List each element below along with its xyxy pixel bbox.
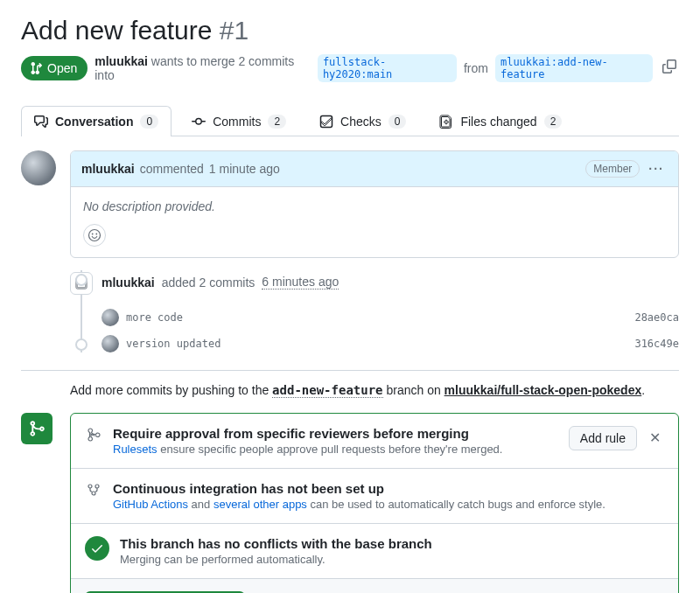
commit-dot-icon: [75, 274, 88, 286]
author-link[interactable]: mluukkai: [94, 54, 148, 68]
commit-dot-icon: [75, 338, 88, 351]
workflow-icon: [85, 483, 102, 497]
svg-point-2: [92, 233, 94, 234]
commit-row: version updated 316c49e: [70, 335, 679, 352]
push-hint: Add more commits by pushing to the add-n…: [70, 383, 679, 397]
pr-title-text: Add new feature: [21, 16, 212, 45]
merge-state-icon: [21, 413, 52, 444]
head-branch-chip[interactable]: mluukkai:add-new-feature: [495, 54, 653, 82]
push-author[interactable]: mluukkai: [102, 276, 155, 290]
state-badge: Open: [21, 56, 88, 80]
avatar[interactable]: [102, 335, 119, 352]
tab-counter: 0: [388, 115, 407, 129]
comment-body: No description provided.: [71, 187, 678, 224]
pr-tabs: Conversation 0 Commits 2 Checks 0 Files …: [21, 105, 679, 136]
status-success-icon: [85, 536, 109, 561]
tab-label: Commits: [213, 115, 261, 129]
section-title: This branch has no conflicts with the ba…: [120, 536, 432, 551]
svg-point-6: [92, 492, 95, 495]
file-diff-icon: [439, 115, 453, 129]
check-icon: [90, 541, 104, 555]
comment-menu-button[interactable]: ···: [645, 158, 668, 179]
tab-files[interactable]: Files changed 2: [426, 106, 575, 136]
checks-icon: [319, 115, 333, 129]
push-time[interactable]: 6 minutes ago: [262, 275, 339, 290]
rulesets-link[interactable]: Rulesets: [113, 443, 158, 456]
base-branch-chip[interactable]: fullstack-hy2020:main: [318, 54, 457, 82]
avatar[interactable]: [21, 150, 56, 185]
commit-message[interactable]: version updated: [126, 338, 220, 350]
divider: [21, 370, 679, 371]
commit-message[interactable]: more code: [126, 311, 183, 324]
commit-row: more code 28ae0ca: [70, 309, 679, 326]
dismiss-button[interactable]: ✕: [646, 426, 664, 450]
tab-conversation[interactable]: Conversation 0: [21, 106, 172, 136]
merge-section-ci: Continuous integration has not been set …: [71, 468, 678, 523]
merge-section-rulesets: Require approval from specific reviewers…: [71, 414, 678, 468]
git-merge-icon: [28, 420, 46, 437]
smiley-icon: [88, 228, 102, 242]
conversation-icon: [34, 115, 48, 129]
add-reaction-button[interactable]: [83, 224, 106, 247]
tab-counter: 0: [140, 115, 158, 129]
pr-title: Add new feature #1: [21, 14, 679, 47]
svg-point-4: [88, 485, 92, 488]
svg-point-1: [89, 229, 101, 241]
comment-author[interactable]: mluukkai: [81, 162, 135, 176]
tab-label: Checks: [340, 115, 382, 129]
comment-box: mluukkai commented 1 minute ago Member ·…: [70, 150, 679, 258]
merge-action-bar: Merge pull request You can also open thi…: [71, 578, 678, 594]
tab-counter: 2: [544, 115, 563, 129]
tab-label: Conversation: [55, 115, 133, 129]
push-event: mluukkai added 2 commits 6 minutes ago: [70, 270, 679, 295]
state-label: Open: [47, 61, 77, 75]
merge-panel: Require approval from specific reviewers…: [70, 413, 679, 594]
merge-summary: mluukkai wants to merge 2 commits into: [94, 54, 311, 82]
branch-rule-icon: [85, 428, 102, 442]
section-title: Require approval from specific reviewers…: [113, 426, 502, 441]
other-apps-link[interactable]: several other apps: [214, 498, 307, 511]
member-badge: Member: [585, 160, 640, 178]
section-title: Continuous integration has not been set …: [113, 481, 606, 496]
avatar[interactable]: [102, 309, 119, 326]
tab-label: Files changed: [460, 115, 536, 129]
svg-point-5: [95, 485, 99, 488]
copy-branch-button[interactable]: [660, 57, 679, 79]
pr-number: #1: [220, 16, 248, 45]
svg-point-3: [95, 233, 97, 234]
tab-counter: 2: [268, 115, 286, 129]
hint-branch[interactable]: add-new-feature: [272, 383, 382, 398]
merge-section-conflicts: This branch has no conflicts with the ba…: [71, 523, 678, 578]
commit-icon: [192, 115, 206, 129]
add-rule-button[interactable]: Add rule: [569, 426, 637, 450]
commit-sha[interactable]: 28ae0ca: [634, 311, 679, 324]
comment-time[interactable]: 1 minute ago: [209, 162, 280, 176]
pull-request-icon: [30, 61, 44, 75]
commit-sha[interactable]: 316c49e: [634, 338, 679, 350]
tab-checks[interactable]: Checks 0: [306, 106, 419, 136]
tab-commits[interactable]: Commits 2: [178, 106, 299, 136]
copy-icon: [662, 59, 676, 73]
hint-repo-link[interactable]: mluukkai/full-stack-open-pokedex: [444, 383, 642, 397]
gh-actions-link[interactable]: GitHub Actions: [113, 498, 188, 511]
